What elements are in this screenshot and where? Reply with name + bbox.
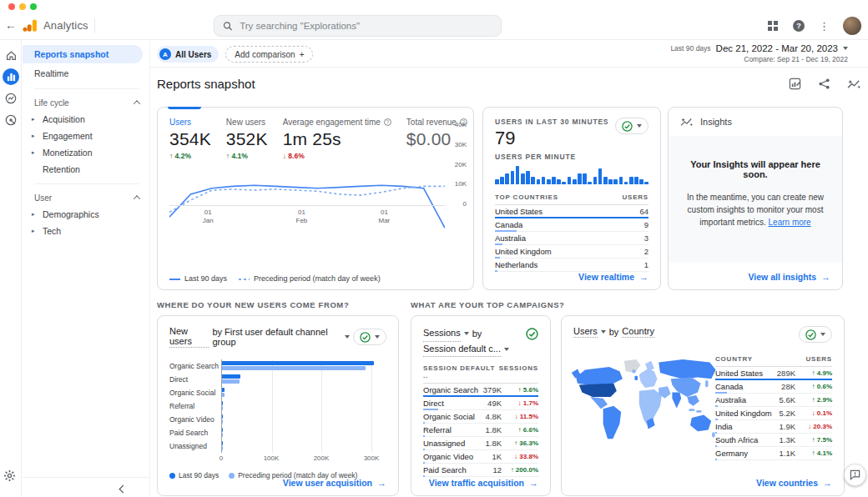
row-value: 12: [492, 465, 502, 474]
view-all-insights-link[interactable]: View all insights →: [749, 272, 831, 282]
sidebar-item-label: Acquisition: [43, 114, 85, 124]
learn-more-link[interactable]: Learn more: [769, 218, 811, 227]
sessions-table: SESSION DEFAULT ..SESSIONSOrganic Search…: [423, 362, 538, 477]
expand-arrow-icon: ▸: [32, 116, 35, 123]
bar-preceding: [222, 419, 223, 424]
admin-gear-icon[interactable]: [3, 469, 16, 485]
advertising-icon[interactable]: [3, 112, 19, 128]
explore-icon[interactable]: [3, 90, 19, 107]
sidebar-section-user[interactable]: User: [23, 189, 149, 206]
sessions-dimension-label[interactable]: Session default c...: [423, 342, 501, 358]
share-icon[interactable]: [818, 78, 830, 90]
sidebar-item-monetization[interactable]: ▸Monetization: [23, 144, 149, 161]
view-user-acquisition-link[interactable]: View user acquisition →: [283, 478, 386, 488]
geo-dimension-label[interactable]: Country: [622, 326, 654, 338]
row-value: 2: [644, 247, 648, 256]
users-per-minute-bar-chart[interactable]: [495, 166, 648, 184]
customize-report-icon[interactable]: [789, 78, 801, 90]
row-value: 4.8K: [485, 412, 502, 421]
analytics-logo-icon[interactable]: [22, 18, 38, 34]
row-name: Organic Search: [423, 385, 483, 394]
link-label: View realtime: [578, 272, 634, 282]
sidebar-item-engagement[interactable]: ▸Engagement: [23, 128, 149, 144]
bar-row[interactable]: [222, 426, 386, 439]
more-options-icon[interactable]: ⋮: [819, 21, 830, 32]
channels-metric-label[interactable]: New users: [169, 326, 209, 348]
sidebar-item-reports-snapshot[interactable]: Reports snapshot: [23, 45, 143, 63]
metric-users[interactable]: Users354K↑ 4.2%: [169, 118, 211, 160]
sidebar-section-life-cycle[interactable]: Life cycle: [23, 94, 149, 111]
row-name: Unassigned: [423, 439, 485, 448]
header-separator: [150, 67, 868, 68]
metric-average-engagement-time[interactable]: Average engagement time?1m 25s↓ 8.6%: [283, 118, 391, 160]
search-input[interactable]: [240, 21, 492, 31]
link-label: View all insights: [749, 272, 817, 282]
sidebar-section-title: User: [34, 193, 52, 203]
sidebar-item-tech[interactable]: ▸Tech: [23, 223, 149, 239]
back-icon[interactable]: ←: [5, 18, 17, 32]
sidebar-item-acquisition[interactable]: ▸Acquisition: [23, 111, 149, 128]
metric-label: Users: [169, 118, 211, 127]
metric-delta: ↑ 4.2%: [169, 152, 211, 160]
sidebar-item-demographics[interactable]: ▸Demographics: [23, 206, 149, 223]
minute-bar: [547, 179, 551, 184]
minute-bar: [583, 173, 587, 184]
bar-row[interactable]: [222, 413, 386, 426]
table-row: Netherlands1: [495, 259, 648, 272]
expand-arrow-icon: ▸: [32, 149, 35, 156]
chevron-down-icon: [504, 348, 509, 351]
help-icon[interactable]: ?: [792, 19, 805, 33]
row-value: 28K: [781, 382, 795, 391]
segment-chip-all-users[interactable]: A All Users: [157, 46, 219, 63]
sessions-metric-label[interactable]: Sessions: [423, 326, 461, 342]
avatar[interactable]: [843, 17, 861, 35]
bar-row[interactable]: [222, 439, 386, 453]
bar-row[interactable]: [222, 373, 386, 386]
geo-metric-label[interactable]: Users: [573, 326, 598, 338]
feedback-button[interactable]: [844, 464, 866, 486]
apps-grid-icon[interactable]: [767, 20, 779, 32]
realtime-card: USERS IN LAST 30 MINUTES 79 USERS PER MI…: [482, 107, 661, 290]
bar-row[interactable]: [222, 386, 386, 399]
metric-new-users[interactable]: New users352K↑ 4.1%: [226, 118, 268, 160]
geo-data-quality-dropdown[interactable]: [799, 326, 832, 343]
search-bar[interactable]: [214, 15, 502, 37]
row-name: Netherlands: [495, 260, 644, 269]
date-preset-label: Last 90 days: [670, 44, 710, 53]
close-window-button[interactable]: [8, 3, 15, 10]
realtime-data-quality-dropdown[interactable]: [615, 118, 648, 134]
date-range-picker[interactable]: Last 90 days Dec 21, 2022 - Mar 20, 2023…: [670, 43, 848, 63]
row-delta: ↑ 4.1%: [795, 449, 832, 457]
date-range-text: Dec 21, 2022 - Mar 20, 2023: [716, 43, 838, 53]
zoom-window-button[interactable]: [30, 3, 37, 10]
view-traffic-acquisition-link[interactable]: View traffic acquisition →: [429, 478, 538, 488]
collapse-sidebar-icon[interactable]: [119, 485, 128, 494]
channels-data-quality-dropdown[interactable]: [353, 329, 386, 345]
chevron-down-icon[interactable]: [345, 335, 350, 339]
bar-row[interactable]: [222, 359, 386, 373]
minute-bar: [629, 177, 633, 184]
table-row: Organic Search379K↑ 5.6%: [423, 384, 538, 397]
chevron-down-icon: [820, 333, 825, 336]
campaigns-question-label: WHAT ARE YOUR TOP CAMPAIGNS?: [411, 300, 564, 309]
table-row: Canada28K↑ 0.6%: [715, 380, 832, 394]
channels-bar-chart[interactable]: Organic SearchDirectOrganic SocialReferr…: [169, 359, 386, 453]
row-name: Paid Search: [423, 465, 492, 474]
minimize-window-button[interactable]: [19, 3, 26, 10]
home-icon[interactable]: [3, 47, 19, 63]
sidebar-item-retention[interactable]: Retention: [23, 161, 149, 178]
data-quality-check-icon[interactable]: [526, 328, 538, 340]
link-label: View traffic acquisition: [429, 478, 524, 488]
add-comparison-button[interactable]: Add comparison +: [225, 46, 313, 63]
chevron-up-icon: [134, 195, 140, 202]
row-delta: ↓ 0.1%: [795, 409, 832, 417]
view-realtime-link[interactable]: View realtime →: [578, 272, 648, 282]
bar-row[interactable]: [222, 399, 386, 413]
view-countries-link[interactable]: View countries →: [756, 478, 832, 488]
minute-bar: [624, 182, 628, 184]
world-map[interactable]: [570, 353, 720, 454]
row-value: 1K: [492, 452, 502, 461]
insights-sparkline-icon[interactable]: [847, 78, 861, 90]
sidebar-item-realtime[interactable]: Realtime: [23, 64, 149, 83]
reports-icon[interactable]: [3, 68, 19, 85]
